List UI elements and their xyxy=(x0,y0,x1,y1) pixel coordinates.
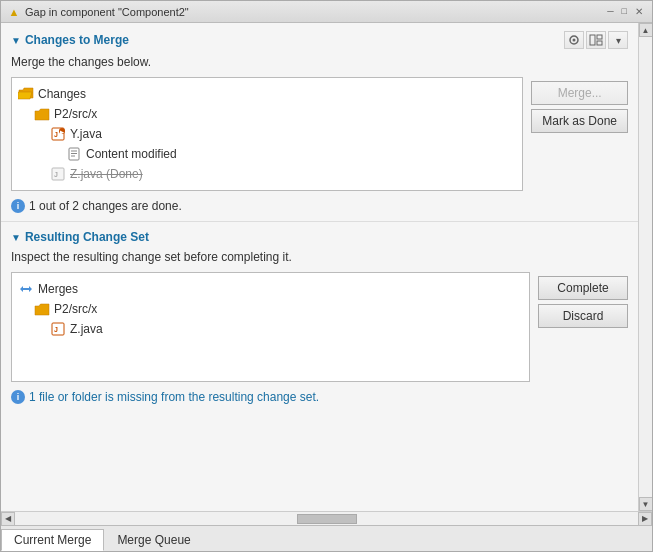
scroll-area[interactable]: ▼ Changes to Merge xyxy=(1,23,638,511)
tree-item-p2srcx-1[interactable]: P2/src/x xyxy=(18,104,516,124)
resulting-section-title: Resulting Change Set xyxy=(25,230,149,244)
minimize-button[interactable]: ─ xyxy=(604,5,616,18)
layout-icon xyxy=(589,33,603,47)
p2srcx-label-2: P2/src/x xyxy=(54,300,97,318)
changes-tree-panel: Changes P2/src/x xyxy=(11,77,628,191)
scroll-up-arrow[interactable]: ▲ xyxy=(639,23,653,37)
changes-root-label: Changes xyxy=(38,85,86,103)
resulting-section: ▼ Resulting Change Set Inspect the resul… xyxy=(1,222,638,412)
pin-icon xyxy=(567,33,581,47)
discard-button[interactable]: Discard xyxy=(538,304,628,328)
content-modified-label: Content modified xyxy=(86,145,177,163)
tree-item-p2srcx-2[interactable]: P2/src/x xyxy=(18,299,523,319)
tree-item-zjava[interactable]: J Z.java xyxy=(18,319,523,339)
content-svg xyxy=(67,147,81,161)
changes-tool-btn-2[interactable] xyxy=(586,31,606,49)
folder-icon-2 xyxy=(34,301,50,317)
right-scrollbar: ▲ ▼ xyxy=(638,23,652,511)
tree-item-content-modified[interactable]: Content modified xyxy=(18,144,516,164)
changes-actions: Merge... Mark as Done xyxy=(531,77,628,191)
java-done-svg: J xyxy=(50,167,66,181)
changes-to-merge-section: ▼ Changes to Merge xyxy=(1,23,638,221)
scroll-track[interactable] xyxy=(640,37,652,497)
svg-point-1 xyxy=(573,39,576,42)
changes-tool-btn-dropdown[interactable]: ▾ xyxy=(608,31,628,49)
window-icon: ▲ xyxy=(7,5,21,19)
zjava-done-label: Z.java (Done) xyxy=(70,165,143,183)
resulting-section-header: ▼ Resulting Change Set xyxy=(11,230,628,244)
svg-text:J: J xyxy=(54,171,58,178)
info-icon-1: i xyxy=(11,199,25,213)
mark-as-done-button[interactable]: Mark as Done xyxy=(531,109,628,133)
changes-section-title: Changes to Merge xyxy=(25,33,129,47)
folder-open-icon xyxy=(18,86,34,102)
info-icon-2: i xyxy=(11,390,25,404)
changes-section-header: ▼ Changes to Merge xyxy=(11,31,628,49)
folder-icon-1 xyxy=(34,106,50,122)
java-svg-y: J ▶ xyxy=(50,127,66,141)
main-content: ▼ Changes to Merge xyxy=(1,23,652,511)
main-window: ▲ Gap in component "Component2" ─ □ ✕ ▼ … xyxy=(0,0,653,552)
svg-text:J: J xyxy=(54,131,58,138)
folder-svg-1 xyxy=(34,108,50,121)
resulting-collapse-arrow[interactable]: ▼ xyxy=(11,232,21,243)
scroll-left-arrow[interactable]: ◀ xyxy=(1,512,15,526)
zjava-label: Z.java xyxy=(70,320,103,338)
changes-status-info: i 1 out of 2 changes are done. xyxy=(11,199,628,213)
resulting-status-info: i 1 file or folder is missing from the r… xyxy=(11,390,628,404)
java-svg-z: J xyxy=(50,322,66,336)
yjava-label: Y.java xyxy=(70,125,102,143)
title-bar-text: Gap in component "Component2" xyxy=(25,6,604,18)
title-bar: ▲ Gap in component "Component2" ─ □ ✕ xyxy=(1,1,652,23)
tree-item-yjava[interactable]: J ▶ Y.java xyxy=(18,124,516,144)
changes-status-text: 1 out of 2 changes are done. xyxy=(29,199,182,213)
svg-text:J: J xyxy=(54,326,58,333)
svg-rect-4 xyxy=(597,41,602,45)
svg-rect-3 xyxy=(597,35,602,39)
p2srcx-label-1: P2/src/x xyxy=(54,105,97,123)
content-icon xyxy=(66,146,82,162)
close-button[interactable]: ✕ xyxy=(632,5,646,18)
merges-label: Merges xyxy=(38,280,78,298)
resulting-tree-panel: Merges P2/src/x xyxy=(11,272,628,382)
resulting-warning-text: 1 file or folder is missing from the res… xyxy=(29,390,319,404)
tab-bar: Current Merge Merge Queue xyxy=(1,525,652,551)
bottom-scrollbar: ◀ ▶ xyxy=(1,511,652,525)
changes-toolbar: ▾ xyxy=(564,31,628,49)
svg-rect-2 xyxy=(590,35,595,45)
scroll-down-arrow[interactable]: ▼ xyxy=(639,497,653,511)
tab-current-merge[interactable]: Current Merge xyxy=(1,529,104,551)
changes-collapse-arrow[interactable]: ▼ xyxy=(11,35,21,46)
tree-item-changes[interactable]: Changes xyxy=(18,84,516,104)
java-icon-y: J ▶ xyxy=(50,126,66,142)
changes-tool-btn-1[interactable] xyxy=(564,31,584,49)
tree-item-zjava-done[interactable]: J Z.java (Done) xyxy=(18,164,516,184)
changes-tree-box: Changes P2/src/x xyxy=(11,77,523,191)
changes-section-desc: Merge the changes below. xyxy=(11,55,628,69)
hscroll-thumb xyxy=(297,514,357,524)
resulting-section-desc: Inspect the resulting change set before … xyxy=(11,250,628,264)
maximize-button[interactable]: □ xyxy=(619,5,630,18)
title-bar-controls: ─ □ ✕ xyxy=(604,5,646,18)
complete-button[interactable]: Complete xyxy=(538,276,628,300)
merge-button[interactable]: Merge... xyxy=(531,81,628,105)
folder-open-svg xyxy=(18,87,34,101)
resulting-tree-box: Merges P2/src/x xyxy=(11,272,530,382)
java-done-icon: J xyxy=(50,166,66,182)
hscroll-track[interactable] xyxy=(15,513,638,525)
java-icon-z: J xyxy=(50,321,66,337)
merges-svg xyxy=(18,282,34,296)
resulting-actions: Complete Discard xyxy=(538,272,628,382)
scroll-right-arrow[interactable]: ▶ xyxy=(638,512,652,526)
folder-svg-2 xyxy=(34,303,50,316)
merges-icon xyxy=(18,281,34,297)
tab-merge-queue[interactable]: Merge Queue xyxy=(104,529,203,551)
tree-item-merges[interactable]: Merges xyxy=(18,279,523,299)
